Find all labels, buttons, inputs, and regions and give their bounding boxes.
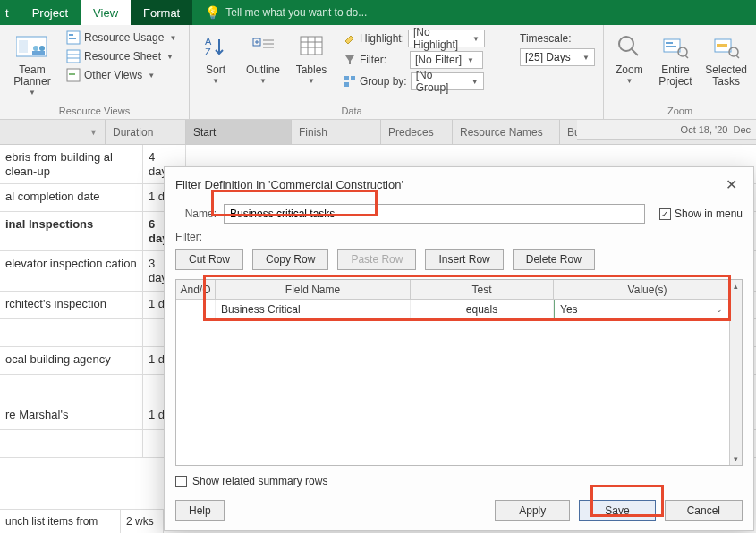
svg-rect-28 — [344, 82, 349, 87]
tab-project[interactable]: Project — [20, 0, 81, 25]
outline-button[interactable]: Outline ▼ — [240, 29, 286, 104]
timeline-band: Oct 18, '20 Dec — [577, 120, 756, 140]
bottom-row: unch list items from 2 wks — [0, 509, 164, 533]
chevron-down-icon: ▼ — [166, 53, 174, 61]
svg-rect-12 — [69, 73, 75, 75]
chevron-down-icon: ▼ — [29, 89, 36, 97]
filter-section-label: Filter: — [175, 231, 743, 243]
chevron-down-icon: ▼ — [625, 77, 633, 85]
tell-me-search[interactable]: 💡 Tell me what you want to do... — [192, 0, 756, 25]
svg-point-29 — [619, 37, 633, 51]
paste-row-button: Paste Row — [337, 249, 416, 270]
tables-button[interactable]: Tables ▼ — [290, 29, 333, 104]
svg-rect-8 — [67, 50, 80, 63]
entire-project-button[interactable]: EntireProject — [653, 29, 699, 104]
svg-point-3 — [39, 46, 45, 51]
entire-project-icon — [659, 30, 692, 63]
sort-icon: AZ — [200, 30, 232, 63]
col-name[interactable]: ▼ — [0, 120, 106, 144]
bulb-icon: 💡 — [205, 5, 220, 20]
resource-sheet-button[interactable]: Resource Sheet ▼ — [63, 47, 180, 65]
copy-row-button[interactable]: Copy Row — [252, 249, 328, 270]
chevron-down-icon: ⌄ — [716, 305, 723, 314]
tables-icon — [295, 30, 327, 63]
outline-icon — [247, 30, 279, 63]
other-views-button[interactable]: Other Views ▼ — [63, 66, 180, 84]
resource-sheet-icon — [66, 49, 81, 63]
col-field-name[interactable]: Field Name — [216, 280, 411, 299]
svg-rect-26 — [344, 76, 349, 80]
close-icon[interactable]: ✕ — [720, 174, 743, 195]
highlight-selector[interactable]: Highlight: [No Highlight]▼ — [342, 29, 487, 48]
ribbon-tabs: t Project View Format 💡 Tell me what you… — [0, 0, 756, 25]
task-name[interactable]: ebris from building al clean-up — [0, 145, 143, 183]
groupby-selector[interactable]: Group by: [No Group]▼ — [342, 72, 487, 91]
filter-name-input[interactable] — [224, 204, 645, 224]
scrollbar[interactable]: ▴▾ — [729, 280, 742, 465]
col-resource-names[interactable]: Resource Names — [453, 120, 560, 144]
col-predecessors[interactable]: Predeces — [381, 120, 453, 144]
cut-row-button[interactable]: Cut Row — [175, 249, 243, 270]
group-label-data: Data — [190, 104, 514, 119]
selected-tasks-button[interactable]: SelectedTasks — [701, 29, 751, 104]
svg-rect-33 — [666, 46, 676, 47]
col-test[interactable]: Test — [411, 280, 554, 299]
resource-usage-button[interactable]: Resource Usage ▼ — [63, 29, 180, 47]
svg-text:A: A — [205, 36, 212, 47]
col-values[interactable]: Value(s) — [554, 280, 742, 299]
col-andor[interactable]: And/O — [176, 280, 216, 299]
chevron-down-icon: ▼ — [259, 77, 267, 85]
chevron-down-icon: ▼ — [212, 77, 219, 85]
col-finish[interactable]: Finish — [292, 120, 381, 144]
tab-format[interactable]: Format — [131, 0, 192, 25]
svg-rect-21 — [301, 37, 322, 55]
svg-rect-27 — [351, 76, 355, 80]
svg-line-39 — [736, 55, 739, 58]
svg-rect-1 — [19, 40, 28, 53]
tab-view[interactable]: View — [81, 0, 131, 25]
team-planner-icon — [16, 30, 48, 63]
sort-button[interactable]: AZ Sort ▼ — [195, 29, 236, 104]
cell-field[interactable]: Business Critical — [216, 300, 411, 319]
cell-andor[interactable] — [176, 300, 216, 319]
cell-test[interactable]: equals — [411, 300, 554, 319]
filter-selector[interactable]: Filter: [No Filter]▼ — [342, 50, 487, 70]
delete-row-button[interactable]: Delete Row — [513, 249, 595, 270]
chevron-down-icon: ▼ — [308, 77, 315, 85]
criteria-row[interactable]: Business Critical equals Yes ⌄ — [176, 300, 742, 319]
group-label-resource-views: Resource Views — [0, 104, 189, 119]
col-duration[interactable]: Duration — [106, 120, 186, 144]
dialog-title: Filter Definition in 'Commercial Constru… — [175, 178, 403, 191]
cancel-button[interactable]: Cancel — [665, 500, 743, 521]
other-views-icon — [66, 68, 81, 82]
highlight-icon — [344, 32, 356, 45]
svg-rect-32 — [666, 42, 673, 44]
group-icon — [344, 75, 356, 88]
col-start[interactable]: Start — [186, 120, 292, 144]
svg-text:Z: Z — [205, 47, 211, 57]
show-summary-checkbox[interactable]: Show related summary rows — [175, 475, 743, 487]
help-button[interactable]: Help — [175, 500, 225, 521]
timescale-selector[interactable]: [25] Days▼ — [520, 48, 595, 66]
filter-definition-dialog: Filter Definition in 'Commercial Constru… — [164, 166, 754, 531]
tab-partial[interactable]: t — [0, 0, 20, 25]
zoom-button[interactable]: Zoom ▼ — [609, 29, 650, 104]
team-planner-button[interactable]: TeamPlanner ▼ — [5, 29, 59, 104]
criteria-table: And/O Field Name Test Value(s) Business … — [175, 279, 743, 466]
resource-usage-icon — [66, 30, 81, 45]
chevron-down-icon: ▼ — [148, 72, 155, 80]
cell-value-dropdown[interactable]: Yes ⌄ — [554, 300, 729, 319]
insert-row-button[interactable]: Insert Row — [425, 249, 503, 270]
entire-project-label: EntireProject — [658, 64, 692, 88]
name-label: Name: — [175, 207, 217, 220]
zoom-icon — [613, 30, 645, 63]
apply-button[interactable]: Apply — [495, 500, 570, 521]
save-button[interactable]: Save — [579, 500, 655, 521]
selected-tasks-icon — [710, 30, 743, 63]
svg-rect-4 — [32, 51, 45, 55]
timescale-label: Timescale: — [520, 32, 572, 45]
svg-point-2 — [33, 46, 38, 51]
show-in-menu-checkbox[interactable]: ✓ Show in menu — [659, 207, 743, 220]
svg-rect-37 — [717, 44, 727, 47]
ribbon: TeamPlanner ▼ Resource Usage ▼ Resource … — [0, 25, 756, 120]
